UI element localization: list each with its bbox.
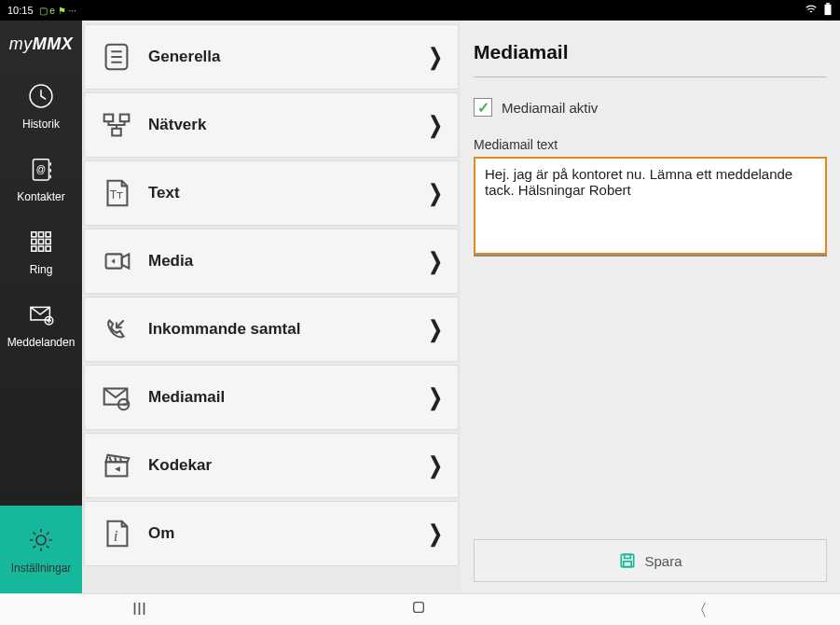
clock-icon <box>25 80 57 112</box>
setting-row-text[interactable]: Tᴛ Text ❭ <box>84 160 459 226</box>
camera-icon <box>98 243 135 280</box>
mediamail-icon <box>98 379 135 416</box>
clapper-icon <box>98 447 135 484</box>
svg-rect-10 <box>46 239 50 243</box>
svg-point-16 <box>36 535 46 545</box>
sidebar-item-label: Historik <box>22 118 60 131</box>
setting-row-inkommande[interactable]: Inkommande samtal ❭ <box>84 297 459 362</box>
setting-row-generella[interactable]: Generella ❭ <box>84 24 459 90</box>
chevron-right-icon: ❭ <box>426 44 445 70</box>
chevron-right-icon: ❭ <box>426 180 445 206</box>
setting-row-mediamail[interactable]: Mediamail ❭ <box>84 365 459 430</box>
wifi-icon <box>805 3 818 18</box>
setting-label: Inkommande samtal <box>148 320 426 339</box>
recent-apps-button[interactable]: III <box>132 600 146 619</box>
setting-label: Generella <box>148 48 426 66</box>
back-button[interactable]: 〈 <box>691 599 708 621</box>
chevron-right-icon: ❭ <box>426 384 445 410</box>
sidebar-item-label: Ring <box>30 263 53 276</box>
svg-rect-20 <box>112 129 121 136</box>
svg-rect-8 <box>32 239 36 243</box>
gear-icon <box>25 524 57 556</box>
setting-label: Text <box>148 184 426 202</box>
detail-title: Mediamail <box>474 41 827 77</box>
sidebar-item-label: Inställningar <box>11 562 72 575</box>
mediamail-active-row[interactable]: ✓ Mediamail aktiv <box>474 98 827 117</box>
setting-label: Mediamail <box>148 388 426 407</box>
save-button-label: Spara <box>644 553 682 569</box>
system-nav-bar: III 〈 <box>0 593 840 625</box>
mediamail-text-label: Mediamail text <box>474 137 827 152</box>
chevron-right-icon: ❭ <box>426 521 445 547</box>
mediamail-active-checkbox[interactable]: ✓ <box>474 98 492 117</box>
status-bar: 10:15 ▢ e ⚑ ··· <box>0 0 840 21</box>
svg-rect-5 <box>32 232 36 237</box>
svg-rect-13 <box>46 246 50 251</box>
svg-rect-11 <box>32 246 36 251</box>
dialpad-icon <box>25 226 57 257</box>
setting-label: Media <box>148 252 426 271</box>
status-time: 10:15 <box>7 5 34 16</box>
setting-row-kodekar[interactable]: Kodekar ❭ <box>84 433 459 498</box>
svg-rect-9 <box>38 239 43 243</box>
svg-rect-18 <box>104 115 114 122</box>
home-button[interactable] <box>411 600 426 619</box>
svg-rect-1 <box>826 3 830 5</box>
setting-label: Nätverk <box>148 116 426 134</box>
sidebar-item-ring[interactable]: Ring <box>0 213 82 285</box>
mediamail-active-label: Mediamail aktiv <box>502 100 598 116</box>
svg-rect-30 <box>414 603 424 613</box>
svg-text:Tᴛ: Tᴛ <box>110 188 124 201</box>
svg-text:@: @ <box>36 164 46 174</box>
list-icon <box>98 38 135 76</box>
svg-rect-12 <box>38 246 43 251</box>
chevron-right-icon: ❭ <box>426 452 445 479</box>
sidebar-item-installningar[interactable]: Inställningar <box>0 506 82 593</box>
save-icon <box>618 551 637 570</box>
sidebar-item-meddelanden[interactable]: Meddelanden <box>0 285 82 358</box>
svg-rect-0 <box>825 5 832 15</box>
contacts-icon: @ <box>25 153 57 185</box>
svg-rect-28 <box>625 554 631 558</box>
svg-rect-7 <box>46 232 50 237</box>
chevron-right-icon: ❭ <box>426 112 445 138</box>
setting-label: Om <box>148 524 426 543</box>
settings-list: Generella ❭ Nätverk ❭ Tᴛ Text ❭ Media ❭ … <box>82 21 461 593</box>
mail-add-icon <box>25 299 57 330</box>
svg-rect-29 <box>624 562 631 567</box>
setting-row-media[interactable]: Media ❭ <box>84 229 459 294</box>
mediamail-text-input[interactable] <box>474 157 827 255</box>
info-icon: i <box>98 515 135 552</box>
chevron-right-icon: ❭ <box>426 248 445 274</box>
chevron-right-icon: ❭ <box>426 316 445 342</box>
setting-row-natverk[interactable]: Nätverk ❭ <box>84 92 459 158</box>
setting-row-om[interactable]: i Om ❭ <box>84 501 459 566</box>
svg-text:i: i <box>114 527 118 545</box>
setting-label: Kodekar <box>148 456 426 475</box>
sidebar-item-historik[interactable]: Historik <box>0 67 82 140</box>
svg-rect-19 <box>120 115 130 122</box>
sidebar-item-label: Meddelanden <box>7 336 76 349</box>
sidebar-item-label: Kontakter <box>17 190 64 203</box>
save-button[interactable]: Spara <box>474 539 827 582</box>
detail-panel: Mediamail ✓ Mediamail aktiv Mediamail te… <box>461 21 840 593</box>
svg-rect-6 <box>38 232 43 237</box>
battery-icon <box>823 3 833 18</box>
app-logo: myMMX <box>0 21 82 67</box>
sidebar: myMMX Historik @ Kontakter Ring Meddelan… <box>0 21 82 593</box>
status-indicators: ▢ e ⚑ ··· <box>39 6 76 16</box>
sidebar-item-kontakter[interactable]: @ Kontakter <box>0 140 82 213</box>
text-icon: Tᴛ <box>98 174 135 212</box>
incoming-call-icon <box>98 311 135 348</box>
network-icon <box>98 106 135 144</box>
